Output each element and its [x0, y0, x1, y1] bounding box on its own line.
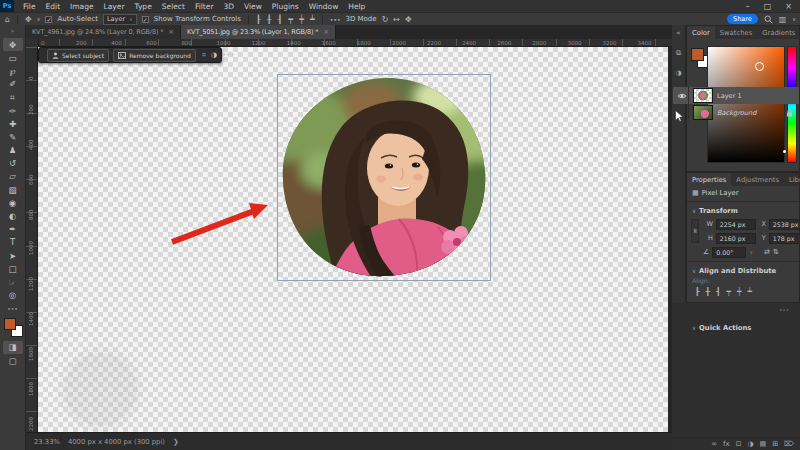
zoom-tool[interactable]: ◎	[3, 289, 23, 302]
tab-properties[interactable]: Properties	[687, 173, 731, 186]
collapse-panels-icon[interactable]: «	[676, 29, 680, 37]
tab-close-icon[interactable]: ×	[168, 28, 174, 36]
quick-mask-icon[interactable]: ◨	[3, 341, 23, 354]
taskbar-transform-icon[interactable]: ⌗	[202, 51, 206, 59]
maximize-icon[interactable]: □	[764, 2, 772, 11]
taskbar-more-icon[interactable]: •••	[222, 51, 234, 59]
align-top-icon[interactable]: ┯	[288, 15, 293, 24]
marquee-tool[interactable]: ▭	[3, 51, 23, 64]
select-subject-button[interactable]: Select subject	[47, 49, 109, 62]
menu-item[interactable]: Edit	[41, 2, 66, 11]
close-icon[interactable]: ×	[785, 2, 792, 11]
height-field[interactable]: 2160 px	[716, 233, 756, 244]
share-button[interactable]: Share	[727, 14, 758, 24]
photo-layer-circular-crop[interactable]	[278, 75, 490, 280]
more-options-icon[interactable]: •••	[330, 16, 341, 23]
flip-vertical-icon[interactable]: ⇅	[773, 249, 779, 256]
menu-item[interactable]: Window	[304, 2, 344, 11]
align-bottom-edges-icon[interactable]: ┷	[748, 287, 753, 296]
shape-tool[interactable]: □	[3, 262, 23, 275]
color-picker-ring[interactable]	[755, 62, 764, 71]
chevron-down-icon[interactable]: ∨	[37, 16, 41, 22]
auto-select-target-dropdown[interactable]: Layer ∨	[103, 14, 137, 25]
hand-tool[interactable]: ☞	[3, 275, 23, 288]
foreground-color-well[interactable]	[691, 48, 704, 61]
align-center-icon[interactable]: ╂	[267, 15, 272, 24]
tab-close-icon[interactable]: ×	[323, 28, 329, 36]
y-field[interactable]: 178 px	[769, 233, 800, 244]
tab-libraries[interactable]: Libraries	[784, 173, 800, 186]
remove-background-button[interactable]: Remove background	[113, 49, 196, 62]
align-left-edges-icon[interactable]: ┠	[695, 287, 700, 296]
layer-name[interactable]: Layer 1	[717, 92, 742, 100]
blur-tool[interactable]: ◉	[3, 196, 23, 209]
move-tool[interactable]: ✥	[3, 38, 23, 51]
align-v-centers-icon[interactable]: ┿	[737, 287, 742, 296]
visibility-toggle[interactable]	[675, 87, 689, 104]
layer-row-background[interactable]: Background	[673, 104, 799, 121]
layer-thumbnail[interactable]	[693, 88, 713, 103]
new-layer-icon[interactable]: ⊞	[772, 440, 778, 448]
rotation-field[interactable]: 0.00°	[712, 247, 746, 258]
screen-mode-icon[interactable]: ▢	[3, 354, 23, 367]
tab-gradients[interactable]: Gradients	[757, 26, 800, 39]
lasso-tool[interactable]: ℘	[3, 64, 23, 77]
transform-section-header[interactable]: ∨ Transform	[687, 204, 799, 217]
toolbar-collapse-icon[interactable]: »	[11, 27, 15, 34]
layer-row-layer1[interactable]: Layer 1	[673, 87, 799, 104]
show-transform-checkbox[interactable]: ✓	[142, 16, 149, 23]
layer-mask-icon[interactable]: ⊡	[736, 440, 742, 448]
crop-tool[interactable]: ⌗	[3, 91, 23, 104]
status-chevron-icon[interactable]: ❯	[173, 438, 179, 446]
home-icon[interactable]: ⌂	[5, 15, 10, 24]
align-bottom-icon[interactable]: ┷	[310, 15, 315, 24]
taskbar-adjust-icon[interactable]: ◑	[211, 51, 217, 59]
align-left-icon[interactable]: ┠	[256, 15, 261, 24]
menu-item[interactable]: Select	[157, 2, 190, 11]
menu-item[interactable]: Type	[130, 2, 157, 11]
minimize-icon[interactable]: –	[746, 2, 750, 11]
healing-brush-tool[interactable]: ✚	[3, 117, 23, 130]
history-brush-tool[interactable]: ↺	[3, 157, 23, 170]
delete-layer-icon[interactable]: ⌦	[784, 440, 794, 448]
gradient-tool[interactable]: ▧	[3, 183, 23, 196]
quick-selection-tool[interactable]: ✐	[3, 78, 23, 91]
foreground-color-swatch[interactable]	[4, 318, 16, 330]
vertical-ruler[interactable]: 0200400600800100012001400160018002200	[26, 47, 38, 432]
workspace-switcher-icon[interactable]: ▥	[779, 15, 787, 24]
align-top-edges-icon[interactable]: ┯	[727, 287, 732, 296]
menu-item[interactable]: Plugins	[267, 2, 304, 11]
menu-item[interactable]: Filter	[190, 2, 219, 11]
tab-swatches[interactable]: Swatches	[715, 26, 757, 39]
tab-color[interactable]: Color	[687, 26, 715, 39]
brush-tool[interactable]: ✎	[3, 130, 23, 143]
constrain-proportions-link-icon[interactable]: ▦∞	[691, 219, 699, 243]
menu-item[interactable]: File	[18, 2, 41, 11]
align-section-header[interactable]: ∨ Align and Distribute	[687, 264, 799, 277]
eraser-tool[interactable]: ▱	[3, 170, 23, 183]
pen-tool[interactable]: ✒	[3, 223, 23, 236]
tab-adjustments[interactable]: Adjustments	[731, 173, 784, 186]
hue-marker[interactable]	[783, 150, 786, 153]
flip-horizontal-icon[interactable]: ⇄	[764, 249, 770, 256]
align-right-icon[interactable]: ┨	[278, 15, 283, 24]
align-right-edges-icon[interactable]: ┨	[716, 287, 721, 296]
zoom-level-value[interactable]: 23.33%	[34, 438, 60, 446]
menu-item[interactable]: 3D	[218, 2, 239, 11]
align-more-icon[interactable]: •••	[779, 307, 789, 313]
auto-select-checkbox[interactable]: ✓	[45, 16, 52, 23]
clone-stamp-tool[interactable]: ♟	[3, 144, 23, 157]
menu-item[interactable]: View	[239, 2, 267, 11]
layer-name[interactable]: Background	[717, 109, 756, 117]
width-field[interactable]: 2254 px	[716, 219, 756, 230]
quick-actions-header[interactable]: ∨ Quick Actions	[687, 321, 799, 334]
comments-panel-icon[interactable]: ◑	[675, 69, 681, 77]
horizontal-ruler[interactable]: 0200400600800100012001400160018002000220…	[26, 39, 672, 47]
link-layers-icon[interactable]: ∞	[711, 440, 717, 448]
history-panel-icon[interactable]: ⧉	[676, 49, 681, 57]
document-canvas[interactable]: Select subject Remove background ⌗◑•••	[38, 47, 668, 432]
document-tab-active[interactable]: KVT_5051.jpg @ 23.3% (Layer 1, RGB/8) * …	[181, 25, 336, 39]
document-tab-inactive[interactable]: KVT_4961.jpg @ 24.8% (Layer 0, RGB/8) * …	[26, 25, 181, 39]
layer-effects-icon[interactable]: fx	[723, 440, 730, 448]
group-layers-icon[interactable]: ▤	[760, 440, 767, 448]
